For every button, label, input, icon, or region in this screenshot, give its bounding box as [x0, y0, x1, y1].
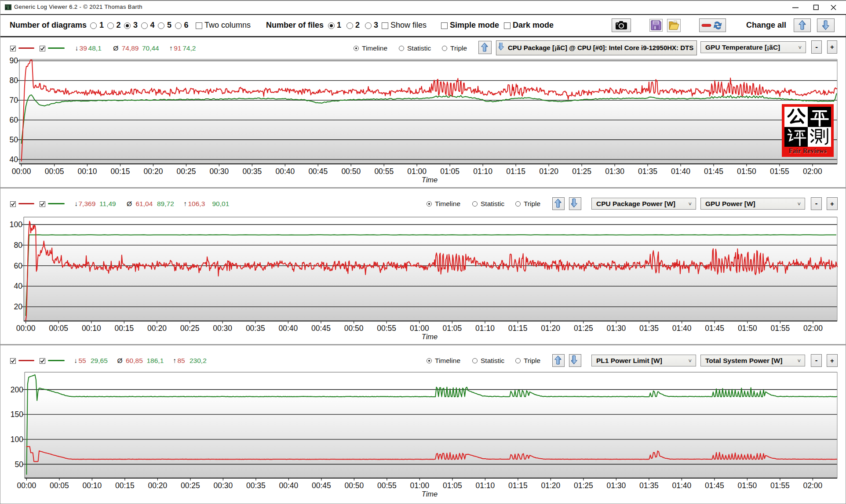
svg-text:01:15: 01:15 — [508, 324, 528, 333]
svg-text:00:05: 00:05 — [45, 167, 64, 176]
svg-text:00:30: 00:30 — [214, 481, 233, 490]
svg-text:00:55: 00:55 — [377, 481, 397, 490]
svg-text:01:35: 01:35 — [638, 167, 657, 176]
svg-text:80: 80 — [10, 76, 18, 85]
svg-text:02:00: 02:00 — [803, 324, 823, 333]
svg-text:00:10: 00:10 — [82, 324, 101, 333]
svg-text:01:50: 01:50 — [738, 324, 757, 333]
svg-text:60: 60 — [10, 116, 18, 124]
svg-text:20: 20 — [14, 302, 23, 311]
svg-text:01:30: 01:30 — [607, 481, 626, 490]
svg-text:01:50: 01:50 — [738, 481, 757, 490]
svg-text:01:00: 01:00 — [410, 481, 430, 490]
svg-text:01:45: 01:45 — [705, 481, 724, 490]
svg-text:01:35: 01:35 — [639, 324, 659, 333]
svg-text:00:10: 00:10 — [83, 481, 102, 490]
svg-text:70: 70 — [10, 96, 18, 105]
svg-text:00:45: 00:45 — [312, 481, 331, 490]
svg-text:02:00: 02:00 — [803, 481, 823, 490]
svg-text:00:10: 00:10 — [78, 167, 97, 176]
svg-text:Time: Time — [422, 333, 438, 341]
svg-text:01:35: 01:35 — [639, 481, 659, 490]
svg-text:00:50: 00:50 — [341, 167, 361, 176]
svg-text:50: 50 — [15, 460, 24, 469]
svg-text:00:50: 00:50 — [345, 481, 364, 490]
svg-text:00:20: 00:20 — [144, 167, 163, 176]
svg-text:00:25: 00:25 — [177, 167, 196, 176]
svg-text:40: 40 — [14, 282, 23, 290]
svg-text:00:55: 00:55 — [374, 167, 394, 176]
svg-text:00:40: 00:40 — [276, 167, 295, 176]
svg-text:01:55: 01:55 — [770, 481, 790, 490]
svg-text:40: 40 — [10, 155, 18, 164]
svg-text:00:40: 00:40 — [279, 481, 299, 490]
svg-text:00:25: 00:25 — [180, 324, 200, 333]
svg-text:00:40: 00:40 — [279, 324, 298, 333]
svg-text:01:30: 01:30 — [605, 167, 624, 176]
svg-text:00:45: 00:45 — [311, 324, 331, 333]
svg-text:00:45: 00:45 — [308, 167, 328, 176]
svg-text:01:40: 01:40 — [672, 324, 692, 333]
svg-text:00:20: 00:20 — [147, 324, 167, 333]
svg-text:01:40: 01:40 — [671, 167, 690, 176]
svg-text:01:50: 01:50 — [737, 167, 756, 176]
svg-text:00:25: 00:25 — [181, 481, 200, 490]
svg-text:01:10: 01:10 — [476, 481, 495, 490]
svg-text:00:20: 00:20 — [148, 481, 168, 490]
svg-text:60: 60 — [14, 261, 23, 270]
svg-text:01:00: 01:00 — [410, 324, 429, 333]
svg-text:01:10: 01:10 — [473, 167, 492, 176]
svg-text:00:50: 00:50 — [344, 324, 364, 333]
svg-text:01:05: 01:05 — [443, 481, 462, 490]
svg-text:80: 80 — [14, 241, 23, 250]
svg-text:01:20: 01:20 — [541, 324, 560, 333]
svg-text:01:45: 01:45 — [704, 167, 723, 176]
svg-text:00:30: 00:30 — [213, 324, 232, 333]
svg-text:50: 50 — [10, 135, 18, 144]
svg-text:02:00: 02:00 — [803, 167, 822, 176]
svg-text:01:40: 01:40 — [672, 481, 692, 490]
svg-text:01:15: 01:15 — [506, 167, 525, 176]
svg-text:01:55: 01:55 — [771, 324, 790, 333]
svg-text:00:55: 00:55 — [377, 324, 396, 333]
svg-text:00:00: 00:00 — [17, 481, 36, 490]
svg-text:01:10: 01:10 — [475, 324, 495, 333]
svg-text:01:55: 01:55 — [770, 167, 789, 176]
svg-text:01:25: 01:25 — [574, 324, 593, 333]
svg-text:01:30: 01:30 — [607, 324, 626, 333]
svg-text:00:35: 00:35 — [246, 324, 265, 333]
svg-text:100: 100 — [11, 435, 23, 444]
svg-text:00:05: 00:05 — [50, 481, 69, 490]
svg-text:100: 100 — [10, 220, 22, 229]
svg-text:00:30: 00:30 — [210, 167, 229, 176]
svg-text:00:35: 00:35 — [246, 481, 266, 490]
svg-text:01:45: 01:45 — [705, 324, 724, 333]
svg-text:90: 90 — [10, 56, 18, 65]
svg-text:200: 200 — [11, 385, 23, 394]
svg-text:01:00: 01:00 — [407, 167, 427, 176]
svg-text:01:25: 01:25 — [574, 481, 593, 490]
svg-text:00:35: 00:35 — [243, 167, 262, 176]
svg-text:00:00: 00:00 — [16, 324, 36, 333]
svg-text:Time: Time — [422, 490, 438, 498]
svg-text:01:20: 01:20 — [539, 167, 558, 176]
svg-text:01:15: 01:15 — [508, 481, 528, 490]
svg-text:00:15: 00:15 — [111, 167, 130, 176]
svg-text:01:05: 01:05 — [443, 324, 462, 333]
svg-text:150: 150 — [11, 410, 23, 419]
svg-text:01:20: 01:20 — [541, 481, 561, 490]
svg-text:00:15: 00:15 — [115, 324, 134, 333]
svg-text:01:25: 01:25 — [572, 167, 591, 176]
svg-text:00:05: 00:05 — [49, 324, 68, 333]
svg-text:Time: Time — [422, 176, 438, 184]
svg-text:00:00: 00:00 — [12, 167, 31, 176]
svg-text:00:15: 00:15 — [115, 481, 135, 490]
svg-text:01:05: 01:05 — [440, 167, 459, 176]
